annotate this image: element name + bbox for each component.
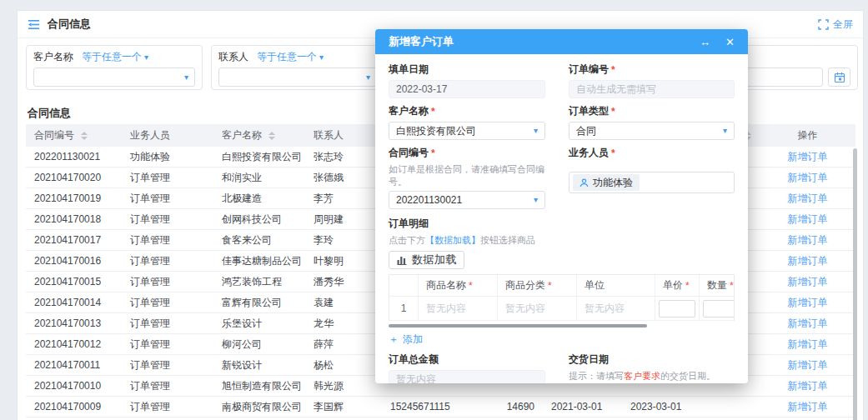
item-index-header <box>389 275 419 297</box>
required-mark: * <box>611 148 615 159</box>
filter-customer-condition[interactable]: 等于任意一个▾ <box>82 50 148 64</box>
cell-contract-no: 202104170015 <box>26 276 122 288</box>
person-icon <box>580 178 589 188</box>
item-name-cell[interactable]: 暂无内容 <box>419 297 498 321</box>
cell-contact: 李国辉 <box>305 400 382 414</box>
cell-customer: 旭恒制造有限公司 <box>213 379 305 393</box>
cell-contact: 韩光源 <box>305 379 382 393</box>
cell-customer: 南极商贸有限公司 <box>213 400 305 414</box>
app-window: 合同信息 全屏 客户名称 等于任意一个▾ ▾ <box>0 0 868 420</box>
fill-date-label: 填单日期 <box>389 62 429 77</box>
resize-icon[interactable]: ↔ <box>700 36 710 48</box>
cell-contract-no: 202104170018 <box>26 213 122 225</box>
close-icon[interactable]: ✕ <box>725 36 735 48</box>
calendar-icon[interactable] <box>828 68 850 87</box>
new-order-link[interactable]: 新增订单 <box>788 276 828 288</box>
fullscreen-button[interactable]: 全屏 <box>818 18 853 32</box>
cell-customer: 乐堡设计 <box>213 317 305 331</box>
new-order-link[interactable]: 新增订单 <box>788 234 828 246</box>
column-header-salesperson: 业务人员 <box>122 124 213 147</box>
required-mark: * <box>730 280 734 292</box>
chevron-down-icon: ▾ <box>534 127 538 135</box>
new-order-link[interactable]: 新增订单 <box>788 380 828 392</box>
cell-customer: 柳河公司 <box>213 338 305 352</box>
cell-customer: 食客来公司 <box>213 233 305 248</box>
order-type-label: 订单类型 <box>569 104 609 118</box>
total-amount-field: 暂无内容 <box>389 370 545 383</box>
item-qty-header: 数量* <box>700 275 735 297</box>
cell-customer: 鸿艺装饰工程 <box>213 275 305 289</box>
column-header-customer[interactable]: 客户名称 <box>213 124 305 147</box>
order-type-select[interactable]: 合同▾ <box>569 122 735 140</box>
cell-salesperson: 订单管理 <box>122 338 213 352</box>
customer-select[interactable]: 白熙投资有限公司▾ <box>389 122 545 140</box>
contract-no-label: 合同编号 <box>389 146 429 160</box>
cell-salesperson: 订单管理 <box>122 296 213 310</box>
cell-amount: 14690 <box>466 401 543 412</box>
item-unit-cell[interactable]: 暂无内容 <box>577 297 655 321</box>
required-mark: * <box>548 280 552 292</box>
required-mark: * <box>431 106 435 118</box>
cell-customer: 富辉有限公司 <box>213 296 305 310</box>
cell-contact: 薛萍 <box>305 338 382 352</box>
cell-contract-no: 202104170009 <box>26 401 122 412</box>
cell-salesperson: 订单管理 <box>122 171 213 185</box>
new-order-link[interactable]: 新增订单 <box>788 338 828 350</box>
cell-contact: 叶黎明 <box>305 254 382 268</box>
collapse-menu-icon[interactable] <box>28 19 41 30</box>
contract-no-hint: 如订单是根据合同，请准确填写合同编号。 <box>389 163 545 188</box>
table-vertical-scrollbar[interactable] <box>853 148 857 420</box>
required-mark: * <box>685 280 690 292</box>
cell-contact: 李芳 <box>305 192 382 206</box>
chevron-down-icon: ▾ <box>319 53 324 62</box>
order-no-label: 订单编号 <box>569 62 609 77</box>
filter-customer-input[interactable]: ▾ <box>33 68 195 87</box>
add-item-link[interactable]: ＋添加 <box>389 332 423 347</box>
new-order-link[interactable]: 新增订单 <box>788 401 828 412</box>
new-order-modal: 新增客户订单 ↔ ✕ 填单日期 2022-03-17 订单编号* 自动生成无需填… <box>375 29 748 383</box>
cell-customer: 白熙投资有限公司 <box>213 150 305 164</box>
data-load-hint-link[interactable]: 【数据加载】 <box>425 235 480 245</box>
cell-contact: 张德娥 <box>305 171 382 185</box>
quantity-input[interactable] <box>703 300 735 318</box>
new-order-link[interactable]: 新增订单 <box>788 213 828 225</box>
new-order-link[interactable]: 新增订单 <box>788 172 828 183</box>
new-order-link[interactable]: 新增订单 <box>788 297 828 308</box>
detail-hint: 点击下方【数据加载】按钮选择商品 <box>389 234 735 247</box>
salesperson-label: 业务人员 <box>569 146 609 160</box>
chevron-down-icon: ▾ <box>184 73 188 82</box>
plus-icon: ＋ <box>389 332 399 347</box>
sort-icon[interactable] <box>81 132 88 140</box>
column-header-contact: 联系人 <box>305 124 382 147</box>
cell-salesperson: 订单管理 <box>122 233 213 248</box>
filter-customer-label: 客户名称 <box>33 50 73 64</box>
cell-contract-no: 202104170013 <box>26 318 122 329</box>
filter-contact-label: 联系人 <box>218 50 248 64</box>
salesperson-chip: 功能体验 <box>573 174 640 191</box>
cell-salesperson: 订单管理 <box>122 317 213 331</box>
total-amount-label: 订单总金额 <box>389 352 439 367</box>
items-horizontal-scrollbar[interactable] <box>389 324 647 328</box>
filter-contact-input[interactable]: ▾ <box>218 68 377 87</box>
delivery-date-label: 交货日期 <box>569 352 609 367</box>
unit-price-input[interactable] <box>659 300 695 318</box>
cell-salesperson: 订单管理 <box>122 379 213 393</box>
cell-contact: 袁建 <box>305 296 382 310</box>
salesperson-field[interactable]: 功能体验 <box>569 172 735 193</box>
cell-customer: 新锐设计 <box>213 358 305 372</box>
modal-header: 新增客户订单 ↔ ✕ <box>375 29 748 54</box>
required-mark: * <box>469 280 473 292</box>
chevron-down-icon: ▾ <box>723 127 727 135</box>
sort-icon[interactable] <box>268 132 275 140</box>
page-title: 合同信息 <box>48 17 91 32</box>
new-order-link[interactable]: 新增订单 <box>788 318 828 329</box>
data-load-button[interactable]: 数据加载 <box>389 251 464 269</box>
new-order-link[interactable]: 新增订单 <box>788 359 828 371</box>
filter-contact-condition[interactable]: 等于任意一个▾ <box>257 50 324 64</box>
column-header-contract-no[interactable]: 合同编号 <box>26 124 122 147</box>
item-category-cell[interactable]: 暂无内容 <box>498 297 577 321</box>
new-order-link[interactable]: 新增订单 <box>788 192 828 204</box>
new-order-link[interactable]: 新增订单 <box>788 151 828 162</box>
contract-no-select[interactable]: 202201130021▾ <box>389 191 545 209</box>
new-order-link[interactable]: 新增订单 <box>788 255 828 267</box>
